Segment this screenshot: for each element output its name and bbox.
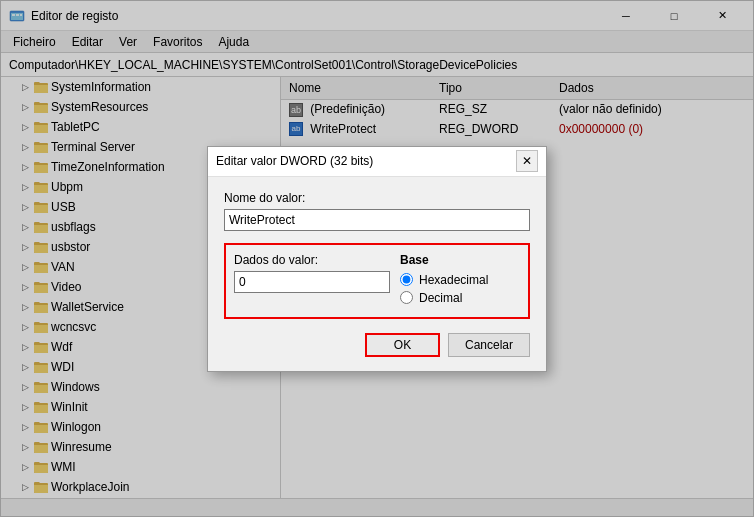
base-label: Base: [400, 253, 520, 267]
modal-overlay: Editar valor DWORD (32 bits) ✕ Nome do v…: [1, 1, 753, 516]
dialog-title: Editar valor DWORD (32 bits): [216, 154, 373, 168]
radio-decimal[interactable]: [400, 291, 413, 304]
dialog-body: Nome do valor: Dados do valor: Base Hexa…: [208, 177, 546, 371]
radio-decimal-row[interactable]: Decimal: [400, 291, 520, 305]
data-label: Dados do valor:: [234, 253, 390, 267]
dialog-title-bar: Editar valor DWORD (32 bits) ✕: [208, 147, 546, 177]
cancel-button[interactable]: Cancelar: [448, 333, 530, 357]
radio-hexadecimal-row[interactable]: Hexadecimal: [400, 273, 520, 287]
dialog-close-button[interactable]: ✕: [516, 150, 538, 172]
dialog-buttons: OK Cancelar: [224, 333, 530, 357]
radio-hexadecimal[interactable]: [400, 273, 413, 286]
base-section: Base Hexadecimal Decimal: [400, 253, 520, 309]
value-base-section: Dados do valor: Base Hexadecimal Decimal: [224, 243, 530, 319]
radio-hexadecimal-label: Hexadecimal: [419, 273, 488, 287]
edit-dword-dialog: Editar valor DWORD (32 bits) ✕ Nome do v…: [207, 146, 547, 372]
name-label: Nome do valor:: [224, 191, 530, 205]
value-section: Dados do valor:: [234, 253, 390, 309]
data-input[interactable]: [234, 271, 390, 293]
ok-button[interactable]: OK: [365, 333, 440, 357]
name-input[interactable]: [224, 209, 530, 231]
radio-decimal-label: Decimal: [419, 291, 462, 305]
